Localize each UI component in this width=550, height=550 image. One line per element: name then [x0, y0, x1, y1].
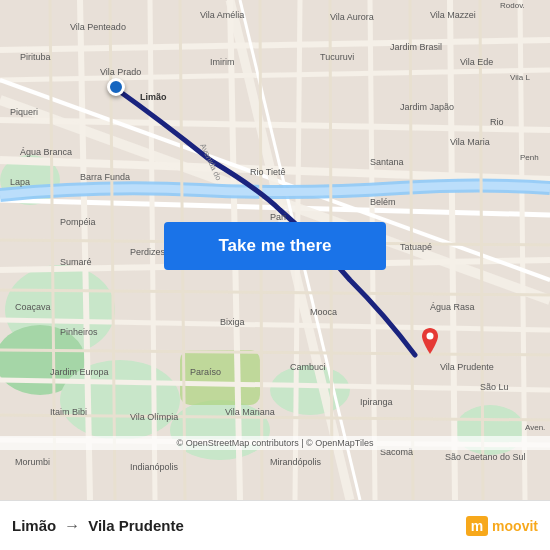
svg-text:Tucuruvi: Tucuruvi	[320, 52, 354, 62]
svg-text:São Lu: São Lu	[480, 382, 509, 392]
svg-text:Vila L: Vila L	[510, 73, 530, 82]
svg-text:Paraíso: Paraíso	[190, 367, 221, 377]
svg-text:Tatuapé: Tatuapé	[400, 242, 432, 252]
svg-text:Coaçava: Coaçava	[15, 302, 51, 312]
svg-text:Vila Prudente: Vila Prudente	[440, 362, 494, 372]
svg-text:Vila Mazzei: Vila Mazzei	[430, 10, 476, 20]
svg-text:Jardim Brasil: Jardim Brasil	[390, 42, 442, 52]
svg-text:Pari: Pari	[270, 212, 286, 222]
svg-text:Vila Maria: Vila Maria	[450, 137, 490, 147]
svg-text:Água Branca: Água Branca	[20, 147, 72, 157]
svg-text:Vila Ede: Vila Ede	[460, 57, 493, 67]
svg-text:Pompéia: Pompéia	[60, 217, 96, 227]
svg-text:Penh: Penh	[520, 153, 539, 162]
svg-text:Barra Funda: Barra Funda	[80, 172, 130, 182]
svg-point-91	[427, 333, 434, 340]
arrow-icon: →	[64, 517, 80, 535]
svg-text:Pinheiros: Pinheiros	[60, 327, 98, 337]
svg-text:Mooca: Mooca	[310, 307, 337, 317]
svg-text:Aven.: Aven.	[525, 423, 545, 432]
origin-pin	[107, 78, 125, 96]
svg-text:Lapa: Lapa	[10, 177, 30, 187]
svg-text:Rodov.: Rodov.	[500, 1, 525, 10]
svg-text:Vila Prado: Vila Prado	[100, 67, 141, 77]
svg-text:Água Rasa: Água Rasa	[430, 302, 475, 312]
svg-text:Vila Amélia: Vila Amélia	[200, 10, 244, 20]
svg-text:Jardim Japão: Jardim Japão	[400, 102, 454, 112]
svg-text:Pirituba: Pirituba	[20, 52, 51, 62]
svg-text:Cambuci: Cambuci	[290, 362, 326, 372]
svg-text:São Caetano do Sul: São Caetano do Sul	[445, 452, 526, 462]
destination-label: Vila Prudente	[88, 517, 184, 534]
svg-text:Santana: Santana	[370, 157, 404, 167]
moovit-logo-letter: m	[466, 516, 488, 536]
take-me-there-button[interactable]: Take me there	[164, 222, 386, 270]
svg-text:Ipiranga: Ipiranga	[360, 397, 393, 407]
svg-rect-8	[180, 350, 260, 405]
svg-text:Piqueri: Piqueri	[10, 107, 38, 117]
svg-text:Belém: Belém	[370, 197, 396, 207]
svg-text:Limão: Limão	[140, 92, 167, 102]
map-attribution: © OpenStreetMap contributors | © OpenMap…	[0, 436, 550, 450]
svg-text:Mirandópolis: Mirandópolis	[270, 457, 322, 467]
svg-text:Jardim Europa: Jardim Europa	[50, 367, 109, 377]
bottom-bar: Limão → Vila Prudente m moovit	[0, 500, 550, 550]
svg-text:Vila Olímpia: Vila Olímpia	[130, 412, 178, 422]
svg-text:Morumbi: Morumbi	[15, 457, 50, 467]
route-info: Limão → Vila Prudente	[12, 517, 466, 535]
svg-text:Vila Penteado: Vila Penteado	[70, 22, 126, 32]
moovit-logo: m moovit	[466, 516, 538, 536]
map-container: Pirituba Vila Penteado Vila Amélia Vila …	[0, 0, 550, 500]
svg-text:Itaim Bibi: Itaim Bibi	[50, 407, 87, 417]
svg-text:Vila Mariana: Vila Mariana	[225, 407, 275, 417]
moovit-logo-text: moovit	[492, 518, 538, 534]
svg-text:Vila Aurora: Vila Aurora	[330, 12, 374, 22]
svg-text:Bixiga: Bixiga	[220, 317, 245, 327]
destination-pin	[418, 328, 442, 358]
origin-label: Limão	[12, 517, 56, 534]
svg-text:Sumaré: Sumaré	[60, 257, 92, 267]
svg-text:Indianópolis: Indianópolis	[130, 462, 179, 472]
svg-text:Rio: Rio	[490, 117, 504, 127]
svg-text:Perdizes: Perdizes	[130, 247, 166, 257]
svg-text:Rio Tietê: Rio Tietê	[250, 167, 286, 177]
svg-text:Imirim: Imirim	[210, 57, 235, 67]
